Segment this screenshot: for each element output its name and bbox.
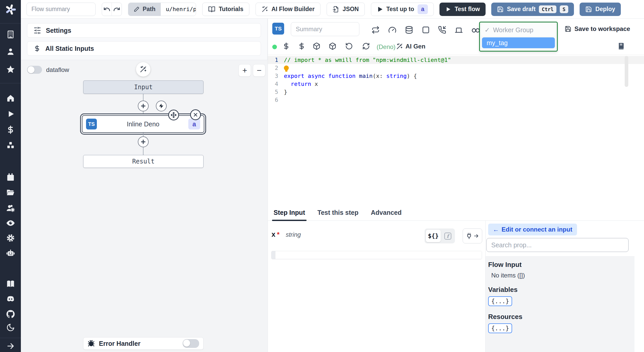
function-mode-button[interactable]: f [442,230,454,242]
mock-square-icon[interactable] [422,26,430,34]
flow-graph-canvas[interactable]: dataflow + − Input TS Inline Deno a [21,60,268,352]
discord-icon[interactable] [0,294,21,304]
template-mode-button[interactable]: ${} [426,230,441,242]
home-icon[interactable] [0,94,21,103]
bug-icon [88,340,95,347]
gauge-icon[interactable] [388,26,396,34]
add-variable-dollar-icon[interactable] [282,42,290,50]
error-handler-toggle[interactable] [183,339,199,348]
flow-node-inline-deno[interactable]: TS Inline Deno a [82,115,204,133]
undo-button[interactable] [102,3,112,16]
ai-gen-button[interactable]: AI Gen [396,43,425,50]
code-line[interactable]: 3export async function main(x: string) { [268,72,644,80]
error-handler-row[interactable]: Error Handler [83,337,204,350]
dataflow-toggle[interactable] [27,66,42,74]
suspend-phone-incoming-icon[interactable] [438,26,446,34]
user-icon[interactable] [0,47,21,56]
all-static-inputs-row[interactable]: All Static Inputs [27,41,261,56]
step-summary-input[interactable] [291,22,359,36]
deploy-label: Deploy [595,6,615,13]
save-draft-button[interactable]: Save draft Ctrl S [491,3,574,16]
workspace-icon[interactable] [0,30,21,39]
resources-object-chip[interactable]: {...} [488,323,512,333]
ai-flow-builder-button[interactable]: AI Flow Builder [256,3,320,16]
variables-object-chip[interactable]: {...} [488,296,512,306]
input-grip[interactable] [272,251,275,259]
dollar-icon [33,45,41,52]
move-step-button[interactable] [168,110,179,120]
package-icon[interactable] [313,42,320,50]
json-button[interactable]: JSON [327,3,365,16]
save-draft-label: Save draft [507,6,536,13]
worker-group-select[interactable]: ✓ Worker Group [481,24,555,36]
refresh-icon[interactable] [362,42,370,50]
lightbulb-icon[interactable] [284,66,289,70]
cache-database-icon[interactable] [405,26,413,34]
path-field[interactable]: Path u/henri/prolific_flow [128,3,196,16]
insert-step-plus-button[interactable] [138,101,149,111]
book-open-icon [208,6,215,13]
path-value[interactable]: u/henri/prolific_flow [161,3,196,16]
search-prop-input[interactable] [486,238,629,252]
delete-step-button[interactable] [190,109,201,120]
test-flow-button[interactable]: Test flow [439,3,486,16]
redo-button[interactable] [112,3,122,16]
save-icon [497,6,504,13]
insert-step-plus-button[interactable] [138,136,149,147]
save-to-workspace-button[interactable]: Save to workspace [565,25,630,32]
retries-repeat-icon[interactable] [371,26,380,34]
my-tag-option-label: my_tag [487,39,508,47]
windmill-logo[interactable] [0,4,21,15]
audit-eye-icon[interactable] [0,218,21,228]
code-editor[interactable]: 1// import * as wmill from "npm:windmill… [268,55,644,204]
code-line[interactable]: 1// import * as wmill from "npm:windmill… [268,56,644,64]
dark-mode-moon-icon[interactable] [0,323,21,332]
code-line[interactable]: 2 [268,64,644,72]
folders-icon[interactable] [0,188,21,197]
add-resource-dollar-icon[interactable] [298,42,306,50]
connect-input-plug-button[interactable] [463,228,482,243]
flow-node-input[interactable]: Input [83,80,204,94]
zoom-in-button[interactable]: + [239,64,251,77]
zoom-out-button[interactable]: − [253,64,265,77]
worker-group-option-my-tag[interactable]: my_tag [482,37,555,48]
code-line[interactable]: 4 return x [268,80,644,88]
edit-or-connect-button[interactable]: ← Edit or connect an input [488,224,577,235]
editor-scrollbar[interactable] [625,56,628,87]
code-line[interactable]: 5} [268,88,644,96]
worker-group-dropdown[interactable]: ✓ Worker Group my_tag [479,22,558,52]
field-header: x * string [272,231,301,239]
reset-rotate-ccw-icon[interactable] [345,42,353,50]
docs-book-icon[interactable] [0,279,21,289]
settings-gear-icon[interactable] [0,233,21,243]
library-book-icon[interactable] [617,42,625,50]
resources-boxes-icon[interactable] [0,141,21,150]
ai-robot-icon[interactable] [0,248,21,258]
tab-step-input[interactable]: Step Input [274,209,305,220]
runs-play-icon[interactable] [0,110,21,118]
resources-heading: Resources [488,313,634,321]
ai-assist-wand-button[interactable] [136,62,150,77]
package-icon[interactable] [329,42,336,50]
tutorials-button[interactable]: Tutorials [202,3,249,16]
sleep-dock-icon[interactable] [455,26,463,34]
test-up-to-button[interactable]: Test up to a [371,3,434,16]
tab-test-this-step[interactable]: Test this step [317,209,358,220]
flow-left-panel: Settings All Static Inputs dataflow + − … [21,19,268,352]
favorites-star-icon[interactable] [0,65,21,74]
field-value-input[interactable] [275,251,482,259]
tab-advanced[interactable]: Advanced [371,209,402,220]
flow-node-result[interactable]: Result [83,155,204,168]
deploy-button[interactable]: Deploy [580,3,621,16]
concurrency-icon[interactable] [471,27,480,34]
github-icon[interactable] [0,309,21,319]
trigger-bolt-button[interactable] [156,101,167,111]
flow-settings-row[interactable]: Settings [27,23,261,38]
variables-dollar-icon[interactable] [0,125,21,134]
flow-summary-input[interactable] [27,3,96,16]
groups-users-gear-icon[interactable] [0,203,21,213]
code-line[interactable]: 6 [268,96,644,104]
expand-rail-arrow-icon[interactable] [0,342,21,350]
schedules-calendar-icon[interactable] [0,173,21,182]
sliders-icon [33,27,41,34]
